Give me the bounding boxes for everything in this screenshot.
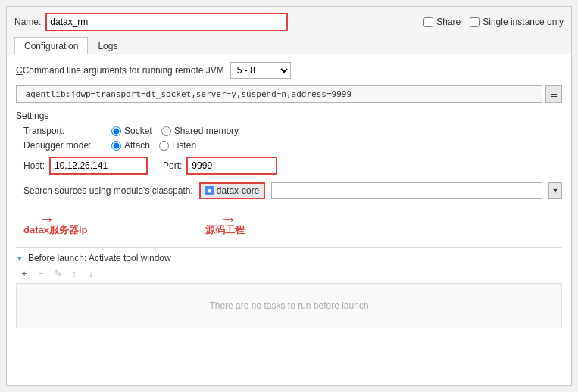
module-icon: ■ <box>205 186 214 195</box>
tabs-bar: Configuration Logs <box>7 37 571 54</box>
transport-radio-group: Socket Shared memory <box>111 126 239 136</box>
command-line-label: CCommand line arguments for running remo… <box>16 65 224 76</box>
port-label: Port: <box>163 160 182 171</box>
debugger-listen-option[interactable]: Listen <box>159 140 196 151</box>
search-sources-label: Search sources using module's classpath: <box>23 185 193 196</box>
version-select[interactable]: 5 - 8 9+ <box>230 62 291 79</box>
before-launch-header: ▼ Before launch: Activate tool window <box>16 253 562 263</box>
single-instance-checkbox[interactable] <box>470 17 480 27</box>
cmdline-row: ☰ <box>16 85 562 103</box>
host-group: Host: <box>23 157 148 175</box>
before-launch-label: Before launch: Activate tool window <box>28 253 171 263</box>
tab-content-configuration: CCommand line arguments for running remo… <box>7 54 571 385</box>
add-task-button[interactable]: + <box>17 266 31 280</box>
annotation-left-text: datax服务器ip <box>23 223 88 237</box>
debugger-attach-label: Attach <box>124 140 150 151</box>
annotation-right-text: 源码工程 <box>205 223 245 237</box>
before-launch-section: ▼ Before launch: Activate tool window + … <box>16 247 562 328</box>
module-name: datax-core <box>217 185 260 196</box>
name-label: Name: <box>14 17 41 27</box>
host-label: Host: <box>23 160 45 171</box>
empty-tasks-text: There are no tasks to run before launch <box>209 300 368 311</box>
transport-shared-memory-option[interactable]: Shared memory <box>161 126 239 136</box>
name-input[interactable] <box>45 13 288 31</box>
transport-socket-option[interactable]: Socket <box>111 126 152 136</box>
main-container: Name: Share Single instance only Configu… <box>6 6 572 386</box>
name-row: Name: Share Single instance only <box>7 7 571 37</box>
host-port-row: Host: Port: <box>16 157 562 175</box>
share-label: Share <box>436 17 461 27</box>
before-launch-toolbar: + − ✎ ↑ ↓ <box>16 266 562 280</box>
share-checkbox-item[interactable]: Share <box>423 17 461 27</box>
move-down-task-button[interactable]: ↓ <box>84 266 98 280</box>
single-instance-checkbox-item[interactable]: Single instance only <box>470 17 564 27</box>
search-dropdown-button[interactable]: ▼ <box>548 182 562 199</box>
settings-title: Settings <box>16 110 562 121</box>
annotation-container: → datax服务器ip → 源码工程 <box>16 210 562 240</box>
cmdline-copy-button[interactable]: ☰ <box>545 85 562 103</box>
cmdline-input[interactable] <box>16 85 542 103</box>
transport-row: Transport: Socket Shared memory <box>16 126 562 136</box>
transport-shared-memory-radio[interactable] <box>161 126 171 136</box>
single-instance-label: Single instance only <box>483 17 564 27</box>
transport-socket-radio[interactable] <box>111 126 121 136</box>
transport-socket-label: Socket <box>124 126 152 136</box>
debugger-mode-row: Debugger mode: Attach Listen <box>16 140 562 151</box>
search-field-rest <box>271 182 542 199</box>
share-checkbox[interactable] <box>423 17 433 27</box>
module-tag[interactable]: ■ datax-core <box>199 182 266 199</box>
checkbox-group: Share Single instance only <box>423 17 564 27</box>
debugger-radio-group: Attach Listen <box>111 140 196 151</box>
move-up-task-button[interactable]: ↑ <box>67 266 81 280</box>
before-launch-collapse-icon[interactable]: ▼ <box>16 254 23 263</box>
tab-configuration[interactable]: Configuration <box>14 37 88 54</box>
transport-label: Transport: <box>23 126 99 136</box>
command-row: CCommand line arguments for running remo… <box>16 62 562 79</box>
debugger-listen-label: Listen <box>172 140 196 151</box>
debugger-attach-option[interactable]: Attach <box>111 140 150 151</box>
search-row: Search sources using module's classpath:… <box>16 182 562 199</box>
settings-section: Settings Transport: Socket Shared memory <box>16 110 562 175</box>
tab-logs[interactable]: Logs <box>88 37 127 54</box>
port-group: Port: <box>163 157 277 175</box>
remove-task-button[interactable]: − <box>34 266 48 280</box>
transport-shared-memory-label: Shared memory <box>174 126 239 136</box>
host-input[interactable] <box>49 157 148 175</box>
debugger-listen-radio[interactable] <box>159 141 169 151</box>
empty-tasks-area: There are no tasks to run before launch <box>16 283 562 328</box>
debugger-mode-label: Debugger mode: <box>23 140 99 151</box>
port-input[interactable] <box>186 157 277 175</box>
edit-task-button[interactable]: ✎ <box>51 266 64 280</box>
debugger-attach-radio[interactable] <box>111 141 121 151</box>
